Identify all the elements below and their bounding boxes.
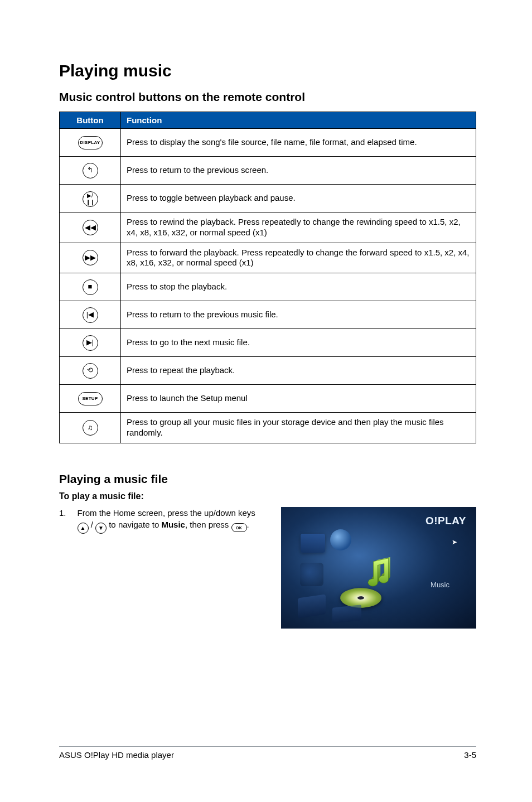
section-play-file-subtitle: To play a music file: [59, 491, 476, 501]
step-segment: From the Home screen, press the up/down … [78, 508, 255, 518]
function-text: Press to toggle between playback and pau… [121, 185, 476, 212]
next-file-button-icon: ▶| [83, 335, 98, 351]
footer-product-name: ASUS O!Play HD media player [59, 750, 174, 760]
page-title: Playing music [59, 61, 476, 80]
film-thumb-icon [300, 563, 323, 586]
table-row: ♫ Press to group all your music files in… [60, 413, 476, 443]
cursor-icon: ➤ [452, 538, 457, 546]
function-text: Press to forward the playback. Press rep… [121, 243, 476, 273]
menu-music-label: Music [431, 581, 449, 589]
table-header-function: Function [121, 112, 476, 129]
forward-button-icon: ▶▶ [83, 250, 98, 265]
footer-page-number: 3-5 [464, 750, 476, 760]
display-button-icon: DISPLAY [78, 136, 103, 149]
rewind-button-icon: ◀◀ [83, 220, 98, 235]
function-text: Press to repeat the playback. [121, 357, 476, 385]
music-note-icon [364, 556, 398, 591]
step-segment: . [247, 520, 249, 529]
function-text: Press to go to the next music file. [121, 329, 476, 357]
remote-buttons-table: Button Function DISPLAY Press to display… [59, 112, 476, 443]
table-row: |◀ Press to return to the previous music… [60, 301, 476, 329]
ok-key-icon: OK [231, 523, 247, 532]
setup-button-icon: SETUP [78, 392, 103, 405]
step-text: 1. From the Home screen, press the up/do… [59, 507, 264, 534]
shuffle-music-button-icon: ♫ [83, 420, 98, 436]
back-button-icon: ↰ [83, 163, 98, 178]
music-label: Music [161, 520, 185, 529]
card-thumb-icon [332, 605, 361, 623]
oplay-logo: O!PLAY [425, 515, 466, 527]
page-footer: ASUS O!Play HD media player 3-5 [59, 746, 476, 760]
table-row: ↰ Press to return to the previous screen… [60, 157, 476, 185]
section-play-file-title: Playing a music file [59, 472, 476, 486]
stop-button-icon: ■ [83, 279, 98, 295]
table-row: ▶/❙❙ Press to toggle between playback an… [60, 185, 476, 212]
table-row: ▶| Press to go to the next music file. [60, 329, 476, 357]
step-segment: , then press [185, 520, 231, 529]
table-row: ■ Press to stop the playback. [60, 273, 476, 301]
function-text: Press to display the song's file source,… [121, 129, 476, 157]
play-pause-button-icon: ▶/❙❙ [83, 191, 98, 207]
table-row: ▶▶ Press to forward the playback. Press … [60, 243, 476, 273]
repeat-button-icon: ⟲ [83, 363, 98, 379]
globe-thumb-icon [330, 529, 351, 550]
function-text: Press to stop the playback. [121, 273, 476, 301]
table-row: ◀◀ Press to rewind the playback. Press r… [60, 212, 476, 243]
function-text: Press to return to the previous music fi… [121, 301, 476, 329]
section-music-controls-title: Music control buttons on the remote cont… [59, 90, 476, 104]
function-text: Press to launch the Setup menul [121, 385, 476, 413]
previous-file-button-icon: |◀ [83, 307, 98, 323]
function-text: Press to return to the previous screen. [121, 157, 476, 185]
step-segment: / [89, 520, 96, 529]
step-segment: to navigate to [107, 520, 161, 529]
table-row: DISPLAY Press to display the song's file… [60, 129, 476, 157]
function-text: Press to group all your music files in y… [121, 413, 476, 443]
down-key-icon: ▼ [95, 523, 107, 534]
folder-thumb-icon [298, 594, 326, 618]
up-key-icon: ▲ [78, 523, 89, 534]
home-screen-screenshot: O!PLAY ➤ Music [281, 507, 476, 629]
step-number: 1. [59, 507, 66, 534]
table-row: SETUP Press to launch the Setup menul [60, 385, 476, 413]
table-row: ⟲ Press to repeat the playback. [60, 357, 476, 385]
function-text: Press to rewind the playback. Press repe… [121, 212, 476, 243]
table-header-button: Button [60, 112, 121, 129]
folder-thumb-icon [301, 534, 325, 553]
